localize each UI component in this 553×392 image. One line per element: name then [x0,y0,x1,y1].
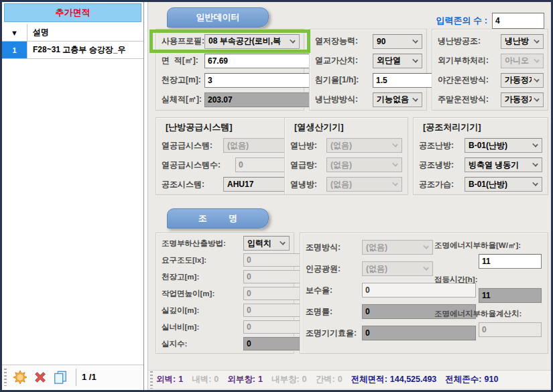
weekend-operation-select[interactable]: 가동정지 [501,92,544,107]
outdoor-load-label: 외기부하처리: [438,55,501,66]
field-lighting-ceiling: 천장고[m]: [162,270,290,283]
fixture-efficiency-label: 조명기기효율: [306,328,362,339]
status-partition-wall: 간벽:0 [316,374,343,385]
area-input[interactable] [204,54,318,68]
thermal-bridge-select[interactable]: 외단열 [373,54,422,68]
field-weekend-operation: 주말운전방식: 가동정지 [438,92,544,107]
area-table: ▼ 설명 1 F28~31 고층부 승강장_우 [2,24,143,59]
chevron-down-icon [280,239,286,245]
field-room-volume: 실체적[㎥]: [162,92,300,107]
zone-count-label: 입력존의 수 : [436,15,487,27]
add-icon[interactable] [12,369,28,385]
heat-storage-select[interactable]: 90 [373,34,422,49]
maintenance-factor-label: 보수율: [306,285,362,296]
ah-heating-select[interactable]: B-01(난방) [465,138,542,153]
ah-humidification-select[interactable]: B-01(난방) [465,177,542,192]
room-volume-field [204,92,318,107]
lighting-left-group: 조명부하산출방법: 입력치 요구조도[lx]: 천장고[m]: 작업면높이[m]… [156,233,294,354]
chevron-down-icon [534,96,540,102]
lighting-method-select: (없음) [362,240,433,255]
chevron-down-icon [412,57,418,63]
status-total-zones: 전체존수:910 [445,374,498,385]
table-row[interactable]: 1 F28~31 고층부 승강장_우 [2,42,143,59]
status-total-area: 전체면적:144,525.493 [351,374,437,385]
ceiling-height-label: 천장고[m]: [162,74,204,86]
status-bar: 외벽:1 내벽:0 외부창:1 내부창:0 간벽:0 전체면적:144,525.… [148,370,551,389]
row-desc-cell: F28~31 고층부 승강장_우 [27,42,143,58]
row-number-cell: 1 [2,42,27,58]
field-area: 면 적[㎡]: [162,53,300,68]
field-work-plane-height: 작업면높이[m]: [162,287,290,300]
chevron-down-icon [392,180,398,186]
desc-column-header[interactable]: 설명 [27,24,143,41]
night-operation-label: 야간운전방식: [438,74,501,86]
field-lighting-calc-method: 조명부하산출방법: 입력치 [162,237,290,250]
delete-icon[interactable] [32,369,48,385]
field-heat-hotwater: 열급탕: (없음) [290,157,402,172]
toolbar-grip-handle[interactable] [4,369,7,386]
field-ah-cooling: 공조냉방: 빙축열 냉동기 [419,157,542,172]
field-night-operation: 야간운전방식: 가동정지 [438,72,544,88]
lighting-hours-label: 점등시간[h]: [434,275,547,285]
field-maintenance-factor: 보수율: [306,283,433,298]
lighting-mid-column: 조명방식: (없음) 인공광원: (없음) 보수율: [304,233,433,340]
hvac-mode-select[interactable]: 기능없음 [373,92,422,107]
lighting-energy-load-input[interactable] [479,254,542,269]
air-handling-group: [공조처리기기] 공조난방: B-01(난방) 공조냉방: 빙축열 냉동기 공조… [413,117,548,195]
general-group-middle: 열저장능력: 90 열교가산치: 외단열 침기율[1/h]: 냉난방방식: [309,29,427,111]
heat-storage-label: 열저장능력: [315,36,373,47]
status-grip-handle[interactable] [150,371,153,389]
field-utilization-factor: 조명률: [306,304,433,319]
sort-column-header[interactable]: ▼ [2,24,27,41]
lighting-energy-calc-label: 조명에너지부하율계산치: [434,309,547,319]
lighting-energy-load-label: 조명에너지부하율[W/㎡]: [434,241,547,251]
field-heat-storage: 열저장능력: 90 [315,34,422,49]
field-lighting-method: 조명방식: (없음) [306,240,433,255]
field-hvac-mode: 냉난방방식: 기능없음 [315,92,422,107]
hvac-mode-label: 냉난방방식: [315,94,373,105]
left-panel-title: 추가면적 [4,3,141,22]
heat-production-title: [열생산기기] [285,118,408,133]
status-exterior-window: 외부창:1 [227,374,263,385]
room-width-label: 실너비[m]: [162,322,243,332]
ah-heating-label: 공조난방: [419,140,465,151]
lighting-hours-field [479,288,542,303]
zone-count-field: 입력존의 수 : [436,13,544,29]
field-fixture-efficiency: 조명기기효율: [306,326,433,340]
copy-icon[interactable] [52,369,68,385]
chevron-down-icon [534,76,540,82]
required-lux-label: 요구조도[lx]: [162,255,243,265]
heat-supply-system-label: 열공급시스템: [162,140,223,151]
room-index-label: 실지수: [162,339,243,349]
heating-cooling-select[interactable]: 냉난방 [501,34,544,49]
chevron-down-icon [534,38,540,44]
tab-general-data[interactable]: 일반데이터 [167,7,269,27]
ceiling-height-input[interactable] [204,73,318,88]
lighting-calc-method-select[interactable]: 입력치 [243,236,290,251]
heat-hotwater-label: 열급탕: [290,159,326,171]
page-indicator: 1 /1 [82,372,97,382]
zone-count-input[interactable] [492,13,544,29]
field-thermal-bridge: 열교가산치: 외단열 [315,53,422,68]
ah-cooling-label: 공조냉방: [419,159,465,171]
work-plane-height-label: 작업면높이[m]: [162,289,243,299]
chevron-down-icon [423,243,429,249]
status-interior-window: 내부창:0 [271,374,307,385]
lighting-right-group: 조명방식: (없음) 인공광원: (없음) 보수율: [300,233,548,354]
room-volume-label: 실체적[㎥]: [162,94,204,105]
tab-lighting[interactable]: 조 명 [167,208,269,228]
chevron-down-icon [532,180,538,186]
field-heat-supply-system: 열공급시스템: (없음) [162,138,298,153]
heat-production-group: [열생산기기] 열난방: (없음) 열급탕: (없음) 열냉방: (없음) [284,117,408,195]
right-panel: 일반데이터 입력존의 수 : 사용프로필: 08 부속공간(로비,복 면 적[㎡… [147,2,551,390]
lighting-method-label: 조명방식: [306,242,362,253]
app-window: 추가면적 ▼ 설명 1 F28~31 고층부 승강장_우 1 /1 [0,0,553,392]
heat-cooling-select: (없음) [326,177,402,192]
night-operation-select[interactable]: 가동정지 [501,73,544,88]
chevron-down-icon [423,265,429,271]
heating-cooling-label: 냉난방공조: [438,36,501,47]
outdoor-load-select: 아니오 [501,54,544,68]
ah-cooling-select[interactable]: 빙축열 냉동기 [465,157,542,172]
field-heat-heating: 열난방: (없음) [290,138,402,153]
heat-heating-label: 열난방: [290,140,326,151]
